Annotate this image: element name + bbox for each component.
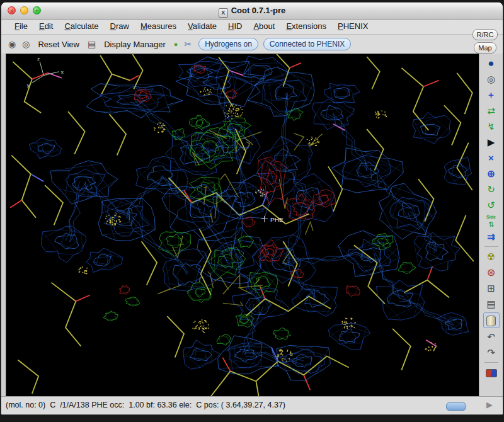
eraser-cylinder-icon[interactable] <box>483 312 500 328</box>
display-manager-icon: ▤ <box>86 39 98 49</box>
right-toolbar: ● ◎ + ⇄ ↯ ▶ × ⊕ ↻ ↺ Side⇅ ⇉ ☢ ⊛ ⊞ ▤ ↶ ↷ <box>479 54 503 397</box>
main-area: x z y PHE ● ◎ + ⇄ ↯ ▶ × ⊕ ↻ ↺ Side⇅ ⇉ <box>1 54 503 397</box>
toolbar-separator <box>484 362 498 363</box>
zoom-button[interactable]: + <box>33 6 41 14</box>
display-manager-button[interactable]: Display Manager <box>100 38 169 50</box>
residue-label: PHE <box>270 216 284 223</box>
traffic-lights: x - + <box>8 6 41 14</box>
mol-layer <box>10 54 474 396</box>
close-button[interactable]: x <box>8 6 16 14</box>
clock-icon[interactable]: ◎ <box>483 71 500 87</box>
play-icon[interactable]: ▶ <box>483 134 500 150</box>
toolbar-separator <box>484 246 498 247</box>
undo-icon[interactable]: ↶ <box>483 329 500 345</box>
rotate-cw-icon[interactable]: ↻ <box>483 181 500 197</box>
atom-icon[interactable]: ⊕ <box>483 166 500 181</box>
title-bar[interactable]: x - + XCoot 0.7.1-pre <box>1 3 503 20</box>
rotation-center-cross <box>261 216 268 222</box>
rrc-button[interactable]: R/RC <box>472 29 498 40</box>
menu-measures[interactable]: Measures <box>135 20 182 34</box>
redo-icon[interactable]: ↷ <box>483 345 500 360</box>
scissors-icon[interactable]: ✂ <box>182 39 193 49</box>
model-sphere-icon[interactable]: ● <box>483 55 500 71</box>
add-box-icon[interactable]: ⊞ <box>483 280 500 296</box>
recenter-icon[interactable]: ◎ <box>20 39 32 49</box>
go-to-ligand-icon[interactable]: ● <box>172 40 180 48</box>
svg-text:y: y <box>27 83 30 88</box>
left-gutter <box>1 54 6 397</box>
minimize-button[interactable]: - <box>20 6 28 14</box>
status-text: (mol. no: 0) C /1/A/138 PHE occ: 1.00 bf… <box>6 401 285 409</box>
molecule-canvas[interactable]: x z y PHE <box>6 54 479 397</box>
refine-zigzag-icon[interactable]: ↯ <box>483 118 500 134</box>
axes-gizmo: x z y <box>27 56 64 88</box>
menu-draw[interactable]: Draw <box>105 20 135 34</box>
hydrogens-toggle-button[interactable]: Hydrogens on <box>198 38 258 50</box>
menu-about[interactable]: About <box>248 20 280 34</box>
menu-hid[interactable]: HID <box>222 20 248 34</box>
translate-icon[interactable]: + <box>483 87 500 103</box>
panel-icon[interactable]: ▤ <box>483 296 500 312</box>
svg-text:x: x <box>61 69 64 75</box>
menu-file[interactable]: File <box>9 20 33 34</box>
toolbar-overflow-icon[interactable]: ▶ <box>486 400 493 409</box>
molecule-scene[interactable]: x z y PHE <box>6 54 479 396</box>
menu-edit[interactable]: Edit <box>33 20 59 34</box>
flag-icon[interactable] <box>483 365 500 380</box>
x11-app-icon: X <box>219 8 228 18</box>
scrollbar-thumb[interactable] <box>446 402 466 411</box>
side-chain-icon[interactable]: Side⇅ <box>483 213 500 229</box>
rotate-ccw-icon[interactable]: ↺ <box>483 197 500 213</box>
mutate-icon[interactable]: ⊛ <box>483 265 500 280</box>
coot-window: x - + XCoot 0.7.1-pre FileEditCalculateD… <box>1 2 503 415</box>
cylinder-shape <box>486 316 496 326</box>
svg-text:z: z <box>37 56 40 62</box>
main-toolbar: ◉ ◎ Reset View ▤ Display Manager ● ✂ Hyd… <box>1 35 503 54</box>
delete-icon[interactable]: × <box>483 150 500 166</box>
menu-extensions[interactable]: Extensions <box>280 20 332 34</box>
phenix-connection-button[interactable]: Connected to PHENIX <box>263 38 351 50</box>
radiation-icon[interactable]: ☢ <box>483 249 500 265</box>
reset-view-button[interactable]: Reset View <box>34 38 83 50</box>
status-bar: (mol. no: 0) C /1/A/138 PHE occ: 1.00 bf… <box>1 396 503 414</box>
menu-calculate[interactable]: Calculate <box>59 20 104 34</box>
map-button[interactable]: Map <box>474 42 496 54</box>
window-title: XCoot 0.7.1-pre <box>1 3 503 19</box>
menu-phenix[interactable]: PHENIX <box>332 20 374 34</box>
menu-bar: FileEditCalculateDrawMeasuresValidateHID… <box>1 20 503 35</box>
flag-shape <box>486 369 497 377</box>
reset-view-icon[interactable]: ◉ <box>6 39 18 49</box>
double-arrow-icon[interactable]: ⇉ <box>483 229 500 244</box>
menu-validate[interactable]: Validate <box>182 20 222 34</box>
swap-arrows-icon[interactable]: ⇄ <box>483 103 500 118</box>
